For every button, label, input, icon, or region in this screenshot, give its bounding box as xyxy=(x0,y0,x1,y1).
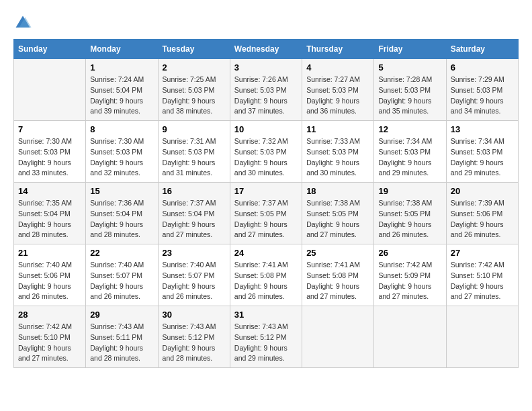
calendar-cell: 15Sunrise: 7:36 AMSunset: 5:04 PMDayligh… xyxy=(86,183,158,244)
day-number: 7 xyxy=(18,124,81,134)
sunrise-text: Sunrise: 7:33 AM xyxy=(306,137,360,145)
calendar-cell: 9Sunrise: 7:31 AMSunset: 5:03 PMDaylight… xyxy=(158,121,230,183)
day-info: Sunrise: 7:29 AMSunset: 5:03 PMDaylight:… xyxy=(451,75,514,117)
calendar-cell: 10Sunrise: 7:32 AMSunset: 5:03 PMDayligh… xyxy=(230,121,302,183)
header-wednesday: Wednesday xyxy=(230,40,302,59)
sunrise-text: Sunrise: 7:42 AM xyxy=(451,261,504,269)
calendar-cell: 29Sunrise: 7:43 AMSunset: 5:11 PMDayligh… xyxy=(86,306,158,368)
day-number: 28 xyxy=(18,310,81,320)
header-tuesday: Tuesday xyxy=(158,40,230,59)
daylight-text: Daylight: 9 hours and 27 minutes. xyxy=(451,282,504,301)
day-info: Sunrise: 7:42 AMSunset: 5:10 PMDaylight:… xyxy=(18,322,81,364)
day-info: Sunrise: 7:40 AMSunset: 5:07 PMDaylight:… xyxy=(90,260,153,302)
calendar-cell: 24Sunrise: 7:41 AMSunset: 5:08 PMDayligh… xyxy=(230,244,302,306)
day-info: Sunrise: 7:43 AMSunset: 5:12 PMDaylight:… xyxy=(234,322,298,364)
day-info: Sunrise: 7:42 AMSunset: 5:10 PMDaylight:… xyxy=(451,260,514,302)
daylight-text: Daylight: 9 hours and 27 minutes. xyxy=(18,344,71,363)
day-number: 30 xyxy=(163,310,226,320)
sunset-text: Sunset: 5:10 PM xyxy=(451,271,503,279)
sunrise-text: Sunrise: 7:27 AM xyxy=(306,75,360,83)
sunrise-text: Sunrise: 7:24 AM xyxy=(90,75,144,83)
daylight-text: Daylight: 9 hours and 29 minutes. xyxy=(378,158,431,177)
sunset-text: Sunset: 5:03 PM xyxy=(90,148,142,156)
day-number: 25 xyxy=(306,248,369,258)
calendar-cell: 16Sunrise: 7:37 AMSunset: 5:04 PMDayligh… xyxy=(158,183,230,244)
day-number: 5 xyxy=(378,62,441,73)
day-info: Sunrise: 7:42 AMSunset: 5:09 PMDaylight:… xyxy=(378,260,441,302)
daylight-text: Daylight: 9 hours and 38 minutes. xyxy=(163,97,216,116)
daylight-text: Daylight: 9 hours and 36 minutes. xyxy=(306,97,359,116)
sunrise-text: Sunrise: 7:40 AM xyxy=(90,261,144,269)
sunrise-text: Sunrise: 7:28 AM xyxy=(378,75,432,83)
calendar-week-2: 7Sunrise: 7:30 AMSunset: 5:03 PMDaylight… xyxy=(14,121,519,183)
calendar-cell: 18Sunrise: 7:38 AMSunset: 5:05 PMDayligh… xyxy=(302,183,374,244)
daylight-text: Daylight: 9 hours and 27 minutes. xyxy=(378,282,431,301)
sunset-text: Sunset: 5:03 PM xyxy=(451,86,503,94)
calendar-cell: 5Sunrise: 7:28 AMSunset: 5:03 PMDaylight… xyxy=(374,59,446,121)
sunrise-text: Sunrise: 7:35 AM xyxy=(18,199,72,207)
day-number: 19 xyxy=(378,186,441,196)
sunrise-text: Sunrise: 7:25 AM xyxy=(163,75,216,83)
sunrise-text: Sunrise: 7:31 AM xyxy=(163,137,216,145)
sunrise-text: Sunrise: 7:26 AM xyxy=(234,75,288,83)
calendar-cell: 26Sunrise: 7:42 AMSunset: 5:09 PMDayligh… xyxy=(374,244,446,306)
calendar-week-1: 1Sunrise: 7:24 AMSunset: 5:04 PMDaylight… xyxy=(14,59,519,121)
daylight-text: Daylight: 9 hours and 26 minutes. xyxy=(90,282,143,301)
day-info: Sunrise: 7:27 AMSunset: 5:03 PMDaylight:… xyxy=(306,75,369,117)
sunrise-text: Sunrise: 7:32 AM xyxy=(234,137,288,145)
sunrise-text: Sunrise: 7:40 AM xyxy=(18,261,72,269)
sunset-text: Sunset: 5:03 PM xyxy=(378,86,431,94)
day-number: 17 xyxy=(234,186,298,196)
sunset-text: Sunset: 5:04 PM xyxy=(90,210,142,218)
day-number: 27 xyxy=(451,248,514,258)
logo xyxy=(13,13,35,32)
sunrise-text: Sunrise: 7:29 AM xyxy=(451,75,504,83)
day-info: Sunrise: 7:36 AMSunset: 5:04 PMDaylight:… xyxy=(90,198,153,240)
day-info: Sunrise: 7:26 AMSunset: 5:03 PMDaylight:… xyxy=(234,75,298,117)
daylight-text: Daylight: 9 hours and 28 minutes. xyxy=(90,220,143,239)
calendar-cell: 7Sunrise: 7:30 AMSunset: 5:03 PMDaylight… xyxy=(14,121,86,183)
calendar-cell: 23Sunrise: 7:40 AMSunset: 5:07 PMDayligh… xyxy=(158,244,230,306)
sunset-text: Sunset: 5:04 PM xyxy=(163,210,215,218)
calendar-cell: 13Sunrise: 7:34 AMSunset: 5:03 PMDayligh… xyxy=(446,121,518,183)
daylight-text: Daylight: 9 hours and 29 minutes. xyxy=(234,344,287,363)
calendar-cell: 31Sunrise: 7:43 AMSunset: 5:12 PMDayligh… xyxy=(230,306,302,368)
sunset-text: Sunset: 5:03 PM xyxy=(451,148,503,156)
sunset-text: Sunset: 5:03 PM xyxy=(306,86,359,94)
day-number: 10 xyxy=(234,124,298,134)
day-number: 26 xyxy=(378,248,441,258)
calendar-cell: 12Sunrise: 7:34 AMSunset: 5:03 PMDayligh… xyxy=(374,121,446,183)
calendar-cell: 2Sunrise: 7:25 AMSunset: 5:03 PMDaylight… xyxy=(158,59,230,121)
day-number: 16 xyxy=(163,186,226,196)
day-number: 6 xyxy=(451,62,514,73)
day-info: Sunrise: 7:30 AMSunset: 5:03 PMDaylight:… xyxy=(90,136,153,179)
day-number: 8 xyxy=(90,124,153,134)
day-info: Sunrise: 7:33 AMSunset: 5:03 PMDaylight:… xyxy=(306,136,369,179)
day-info: Sunrise: 7:41 AMSunset: 5:08 PMDaylight:… xyxy=(306,260,369,302)
header-monday: Monday xyxy=(86,40,158,59)
day-number: 13 xyxy=(451,124,514,134)
day-number: 1 xyxy=(90,62,153,73)
daylight-text: Daylight: 9 hours and 29 minutes. xyxy=(451,158,504,177)
calendar-week-5: 28Sunrise: 7:42 AMSunset: 5:10 PMDayligh… xyxy=(14,306,519,368)
daylight-text: Daylight: 9 hours and 30 minutes. xyxy=(306,158,359,177)
day-number: 20 xyxy=(451,186,514,196)
daylight-text: Daylight: 9 hours and 26 minutes. xyxy=(451,220,504,239)
day-info: Sunrise: 7:34 AMSunset: 5:03 PMDaylight:… xyxy=(451,136,514,179)
calendar-cell xyxy=(14,59,86,121)
sunset-text: Sunset: 5:03 PM xyxy=(18,148,71,156)
day-number: 12 xyxy=(378,124,441,134)
day-number: 3 xyxy=(234,62,298,73)
day-info: Sunrise: 7:37 AMSunset: 5:05 PMDaylight:… xyxy=(234,198,298,240)
calendar-cell: 11Sunrise: 7:33 AMSunset: 5:03 PMDayligh… xyxy=(302,121,374,183)
sunset-text: Sunset: 5:03 PM xyxy=(306,148,359,156)
sunset-text: Sunset: 5:03 PM xyxy=(378,148,431,156)
calendar-cell: 21Sunrise: 7:40 AMSunset: 5:06 PMDayligh… xyxy=(14,244,86,306)
calendar-cell: 6Sunrise: 7:29 AMSunset: 5:03 PMDaylight… xyxy=(446,59,518,121)
day-info: Sunrise: 7:39 AMSunset: 5:06 PMDaylight:… xyxy=(451,198,514,240)
calendar-cell: 17Sunrise: 7:37 AMSunset: 5:05 PMDayligh… xyxy=(230,183,302,244)
day-info: Sunrise: 7:38 AMSunset: 5:05 PMDaylight:… xyxy=(378,198,441,240)
sunset-text: Sunset: 5:06 PM xyxy=(18,271,71,279)
calendar-cell xyxy=(446,306,518,368)
sunrise-text: Sunrise: 7:43 AM xyxy=(234,322,288,330)
